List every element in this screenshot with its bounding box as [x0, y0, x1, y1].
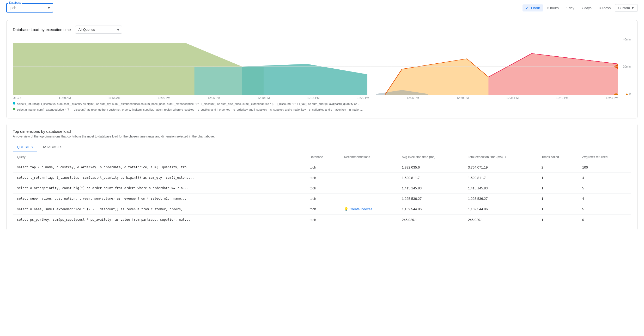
x-label-1200: 12:00 PM — [158, 96, 170, 99]
query-filter-select[interactable]: All Queries Top 5 Queries — [75, 26, 122, 34]
gridline-bottom — [13, 95, 618, 95]
dimensions-table: Query Database Recommendations Avg execu… — [13, 152, 631, 225]
col-avg-rows: Avg rows returned — [578, 152, 631, 162]
cell-total-exec-1: 3,764,071.19 — [464, 162, 537, 172]
cell-total-exec-2: 1,520,811.7 — [464, 172, 537, 183]
legend-dot-2 — [13, 108, 15, 110]
tab-queries[interactable]: QUERIES — [13, 142, 37, 152]
legend-text-1: select l_returnflag, l_linestatus, sum(c… — [17, 101, 360, 107]
col-times-called: Times called — [537, 152, 578, 162]
table-body: select top ? c_name, c_custkey, o_orderk… — [13, 162, 631, 225]
chart-container: 40min 20min ▲ 0 — [13, 38, 631, 99]
cell-avg-exec-3: 1,415,145.83 — [398, 183, 464, 193]
sort-desc-icon: ↓ — [505, 155, 506, 159]
cell-times-called-2: 1 — [537, 172, 578, 183]
x-label-1240: 12:40 PM — [556, 96, 568, 99]
chart-area: 40min 20min ▲ 0 — [13, 38, 618, 95]
chart-legend: select l_returnflag, l_linestatus, sum(c… — [13, 101, 631, 112]
table-row: select o_orderpriority, count_big(*) as … — [13, 183, 631, 193]
cell-avg-exec-2: 1,520,811.7 — [398, 172, 464, 183]
chart-area-pink — [488, 53, 618, 95]
cell-db-1: tpch — [306, 162, 340, 172]
cell-rec-3 — [340, 183, 398, 193]
cell-times-called-3: 1 — [537, 183, 578, 193]
col-avg-exec: Avg execution time (ms) — [398, 152, 464, 162]
col-database: Database — [306, 152, 340, 162]
gridline-middle — [13, 67, 618, 67]
cell-rec-6 — [340, 214, 398, 225]
custom-dropdown-icon: ▼ — [631, 6, 634, 10]
create-indexes-link[interactable]: 💡 Create indexes — [344, 207, 393, 211]
cell-total-exec-3: 1,415,145.83 — [464, 183, 537, 193]
cell-total-exec-4: 1,225,536.27 — [464, 193, 537, 204]
cell-avg-rows-4: 4 — [578, 193, 631, 204]
bulb-icon: 💡 — [344, 207, 348, 211]
x-label-1235: 12:35 PM — [506, 96, 519, 99]
cell-avg-rows-3: 5 — [578, 183, 631, 193]
time-range-6hours[interactable]: 6 hours — [544, 4, 562, 11]
x-label-utc: UTC-8 — [13, 96, 21, 99]
col-total-exec[interactable]: Total execution time (ms) ↓ — [464, 152, 537, 162]
cell-avg-rows-1: 100 — [578, 162, 631, 172]
table-header: Query Database Recommendations Avg execu… — [13, 152, 631, 162]
cell-avg-rows-2: 4 — [578, 172, 631, 183]
main-content: Database Load by execution time All Quer… — [0, 16, 644, 235]
time-range-1day[interactable]: 1 day — [563, 4, 578, 11]
cell-rec-1 — [340, 162, 398, 172]
x-label-1220: 12:20 PM — [357, 96, 369, 99]
x-label-1150: 11:50 AM — [59, 96, 71, 99]
cell-query-5: select n_name, sum(l_extendedprice * (? … — [13, 204, 306, 214]
cell-rec-5[interactable]: 💡 Create indexes — [340, 204, 398, 214]
x-label-1210: 12:10 PM — [258, 96, 270, 99]
cell-avg-exec-6: 245,029.1 — [398, 214, 464, 225]
time-range-30days[interactable]: 30 days — [596, 4, 614, 11]
table-header-row: Query Database Recommendations Avg execu… — [13, 152, 631, 162]
col-recommendations: Recommendations — [340, 152, 398, 162]
database-selector[interactable]: Database tpch ▼ — [6, 3, 53, 13]
cell-times-called-1: 2 — [537, 162, 578, 172]
cell-rec-4 — [340, 193, 398, 204]
tab-databases[interactable]: DATABASES — [37, 142, 67, 152]
chart-card: Database Load by execution time All Quer… — [6, 20, 638, 118]
dimensions-title: Top dimensions by database load — [13, 129, 631, 134]
cell-rec-2 — [340, 172, 398, 183]
table-row: select top ? c_name, c_custkey, o_orderk… — [13, 162, 631, 172]
cell-avg-rows-5: 5 — [578, 204, 631, 214]
cell-db-4: tpch — [306, 193, 340, 204]
cell-times-called-6: 1 — [537, 214, 578, 225]
x-label-1230: 12:30 PM — [457, 96, 469, 99]
cell-times-called-4: 1 — [537, 193, 578, 204]
table-row: select supp_nation, cust_nation, l_year,… — [13, 193, 631, 204]
chart-title: Database Load by execution time — [13, 27, 71, 32]
db-select-input[interactable]: tpch — [6, 3, 53, 13]
chart-header: Database Load by execution time All Quer… — [13, 26, 631, 34]
db-select-label: Database — [8, 1, 22, 4]
cell-avg-exec-4: 1,225,536.27 — [398, 193, 464, 204]
cell-db-5: tpch — [306, 204, 340, 214]
dimensions-subtitle: An overview of the top dimensions that c… — [13, 135, 631, 138]
x-axis-labels: UTC-8 11:50 AM 11:55 AM 12:00 PM 12:05 P… — [13, 95, 618, 99]
cell-db-3: tpch — [306, 183, 340, 193]
time-range-custom[interactable]: Custom ▼ — [615, 4, 638, 12]
dimensions-tabs: QUERIES DATABASES — [13, 142, 631, 152]
cell-query-4: select supp_nation, cust_nation, l_year,… — [13, 193, 306, 204]
time-range-7days[interactable]: 7 days — [578, 4, 594, 11]
query-filter[interactable]: All Queries Top 5 Queries ▼ — [75, 26, 122, 34]
y-label-40: 40min — [623, 38, 631, 41]
cell-avg-rows-6: 0 — [578, 214, 631, 225]
x-label-1205: 12:05 PM — [208, 96, 220, 99]
gridline-top — [13, 38, 618, 38]
dimensions-card: Top dimensions by database load An overv… — [6, 124, 638, 230]
time-range-nav: ✓ 1 hour 6 hours 1 day 7 days 30 days Cu… — [523, 4, 638, 12]
x-label-1155: 11:55 AM — [108, 96, 120, 99]
table-row: select n_name, sum(l_extendedprice * (? … — [13, 204, 631, 214]
top-bar: Database tpch ▼ ✓ 1 hour 6 hours 1 day 7… — [0, 0, 644, 16]
cell-times-called-5: 1 — [537, 204, 578, 214]
time-range-1hour[interactable]: ✓ 1 hour — [523, 4, 543, 11]
legend-item-2: select n_name, sum(l_extendedprice * (? … — [13, 107, 631, 112]
cell-query-1: select top ? c_name, c_custkey, o_orderk… — [13, 162, 306, 172]
y-label-0: ▲ 0 — [625, 92, 631, 95]
cell-query-6: select ps_partkey, sum(ps_supplycost * p… — [13, 214, 306, 225]
cell-total-exec-6: 245,029.1 — [464, 214, 537, 225]
legend-dot-1 — [13, 102, 15, 105]
